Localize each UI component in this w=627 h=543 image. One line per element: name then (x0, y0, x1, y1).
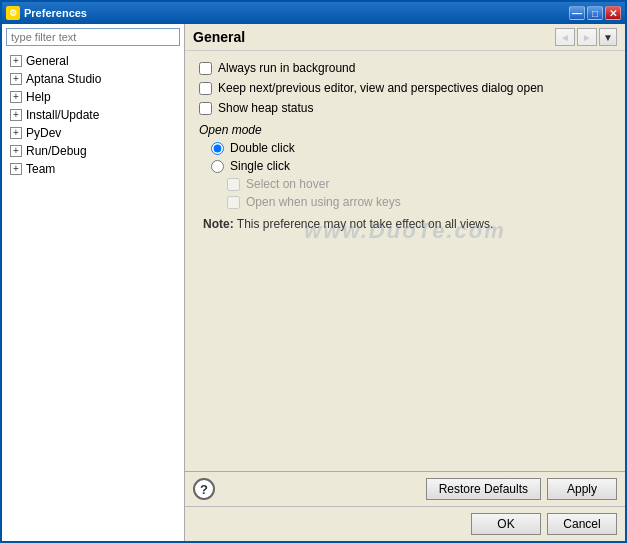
ok-cancel-bar: OK Cancel (185, 506, 625, 541)
bottom-actions: Restore Defaults Apply (426, 478, 617, 500)
single-click-label: Single click (230, 159, 290, 173)
restore-apply-bar: ? Restore Defaults Apply (185, 471, 625, 506)
always-run-checkbox[interactable] (199, 62, 212, 75)
double-click-radio[interactable] (211, 142, 224, 155)
sidebar-label-pydev: PyDev (26, 126, 61, 140)
select-hover-row: Select on hover (227, 177, 611, 191)
nav-buttons: ◄ ► ▼ (555, 28, 617, 46)
apply-button[interactable]: Apply (547, 478, 617, 500)
panel-body: Always run in background Keep next/previ… (185, 51, 625, 471)
expand-icon-help: + (10, 91, 22, 103)
tree-view: + General + Aptana Studio + Help + Insta… (2, 50, 184, 541)
single-click-radio[interactable] (211, 160, 224, 173)
sidebar-label-rundebug: Run/Debug (26, 144, 87, 158)
title-buttons: — □ ✕ (569, 6, 621, 20)
sidebar-label-help: Help (26, 90, 51, 104)
cancel-button[interactable]: Cancel (547, 513, 617, 535)
expand-icon-install: + (10, 109, 22, 121)
sidebar-item-team[interactable]: + Team (2, 160, 184, 178)
help-button[interactable]: ? (193, 478, 215, 500)
keep-editor-checkbox[interactable] (199, 82, 212, 95)
keep-editor-label: Keep next/previous editor, view and pers… (218, 81, 544, 95)
sidebar-item-help[interactable]: + Help (2, 88, 184, 106)
sidebar: + General + Aptana Studio + Help + Insta… (2, 24, 185, 541)
select-hover-label: Select on hover (246, 177, 329, 191)
sidebar-item-rundebug[interactable]: + Run/Debug (2, 142, 184, 160)
nav-back-button[interactable]: ◄ (555, 28, 575, 46)
maximize-button[interactable]: □ (587, 6, 603, 20)
sidebar-item-aptana[interactable]: + Aptana Studio (2, 70, 184, 88)
panel-header: General ◄ ► ▼ (185, 24, 625, 51)
show-heap-row: Show heap status (199, 101, 611, 115)
open-arrow-label: Open when using arrow keys (246, 195, 401, 209)
window-title: Preferences (24, 7, 569, 19)
double-click-label: Double click (230, 141, 295, 155)
sidebar-label-team: Team (26, 162, 55, 176)
sidebar-item-pydev[interactable]: + PyDev (2, 124, 184, 142)
expand-icon-general: + (10, 55, 22, 67)
expand-icon-pydev: + (10, 127, 22, 139)
open-mode-label: Open mode (199, 123, 611, 137)
expand-icon-rundebug: + (10, 145, 22, 157)
always-run-row: Always run in background (199, 61, 611, 75)
title-bar: ⚙ Preferences — □ ✕ (2, 2, 625, 24)
always-run-label: Always run in background (218, 61, 355, 75)
keep-editor-row: Keep next/previous editor, view and pers… (199, 81, 611, 95)
sidebar-label-install: Install/Update (26, 108, 99, 122)
single-click-row: Single click (211, 159, 611, 173)
preferences-window: ⚙ Preferences — □ ✕ + General + Aptana S… (0, 0, 627, 543)
close-button[interactable]: ✕ (605, 6, 621, 20)
sidebar-label-general: General (26, 54, 69, 68)
watermark-text: www.DuoTe.com (304, 218, 506, 244)
ok-button[interactable]: OK (471, 513, 541, 535)
nav-forward-button[interactable]: ► (577, 28, 597, 46)
show-heap-label: Show heap status (218, 101, 313, 115)
show-heap-checkbox[interactable] (199, 102, 212, 115)
open-arrow-checkbox[interactable] (227, 196, 240, 209)
right-panel: General ◄ ► ▼ Always run in background K… (185, 24, 625, 541)
restore-defaults-button[interactable]: Restore Defaults (426, 478, 541, 500)
expand-icon-aptana: + (10, 73, 22, 85)
minimize-button[interactable]: — (569, 6, 585, 20)
main-content: + General + Aptana Studio + Help + Insta… (2, 24, 625, 541)
sidebar-label-aptana: Aptana Studio (26, 72, 101, 86)
sidebar-item-general[interactable]: + General (2, 52, 184, 70)
window-icon: ⚙ (6, 6, 20, 20)
double-click-row: Double click (211, 141, 611, 155)
nav-dropdown-button[interactable]: ▼ (599, 28, 617, 46)
sidebar-item-install[interactable]: + Install/Update (2, 106, 184, 124)
select-hover-checkbox[interactable] (227, 178, 240, 191)
filter-input[interactable] (6, 28, 180, 46)
panel-title: General (193, 29, 555, 45)
open-arrow-row: Open when using arrow keys (227, 195, 611, 209)
expand-icon-team: + (10, 163, 22, 175)
